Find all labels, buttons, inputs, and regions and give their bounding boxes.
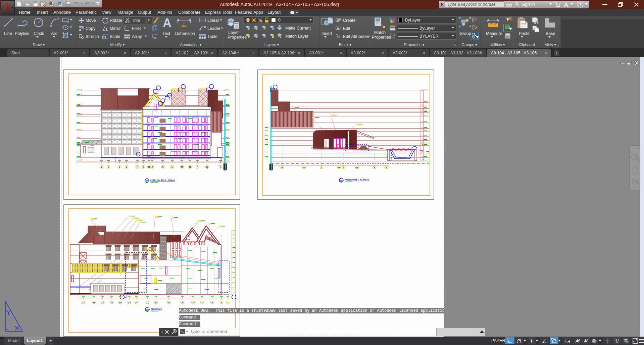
svg-text:D: D (119, 166, 120, 168)
svg-text:11: 11 (168, 301, 170, 304)
svg-text:W: W (356, 166, 358, 169)
svg-text:19: 19 (93, 301, 95, 304)
svg-text:L: L (171, 166, 173, 168)
svg-text:F: F (137, 166, 138, 168)
svg-text:E: E (126, 166, 128, 168)
svg-text:?: ? (579, 2, 582, 7)
svg-text:Q: Q (206, 166, 208, 168)
svg-text:18: 18 (101, 301, 104, 304)
svg-text:PRIECNY REZ 1 - FASADA 2: PRIECNY REZ 1 - FASADA 2 (345, 179, 369, 181)
svg-text:M: M (181, 166, 183, 168)
svg-text:P: P (197, 166, 198, 168)
svg-text:R: R (220, 166, 221, 168)
svg-text:A: A (163, 17, 171, 30)
svg-text:15: 15 (128, 301, 131, 304)
svg-text:Y: Y (386, 166, 387, 169)
svg-text:3: 3 (221, 301, 222, 304)
svg-text:8: 8 (192, 301, 194, 304)
svg-text:V: V (343, 166, 345, 169)
svg-text:A: A (2, 1, 11, 14)
svg-text:J: J (151, 166, 153, 168)
svg-text:2D: 2D (636, 159, 640, 162)
svg-text:9: 9 (182, 301, 183, 304)
svg-text:C: C (108, 166, 109, 168)
svg-text:16: 16 (119, 301, 121, 304)
svg-text:U: U (338, 166, 340, 169)
svg-text:H: H (148, 166, 150, 168)
svg-text:B: B (101, 166, 103, 168)
svg-text:17: 17 (110, 301, 113, 304)
svg-text:K: K (162, 166, 164, 168)
svg-text:12: 12 (155, 301, 157, 304)
svg-text:T: T (321, 166, 322, 169)
svg-text:POZDLZNY REZ 3 - ETAPA 1: POZDLZNY REZ 3 - ETAPA 1 (150, 179, 175, 181)
svg-text:R: R (282, 166, 283, 169)
svg-text:14: 14 (135, 301, 138, 304)
svg-text:21: 21 (82, 301, 85, 304)
svg-text:5: 5 (211, 301, 213, 304)
svg-text:N: N (189, 166, 191, 168)
svg-text:X: X (374, 166, 376, 169)
svg-text:S: S (303, 166, 305, 169)
svg-text:G: G (142, 166, 144, 168)
svg-text:13: 13 (146, 301, 149, 304)
svg-text:7: 7 (201, 301, 203, 304)
svg-text:PODKROVI 4: PODKROVI 4 (151, 308, 162, 310)
svg-text:1: 1 (227, 301, 229, 304)
